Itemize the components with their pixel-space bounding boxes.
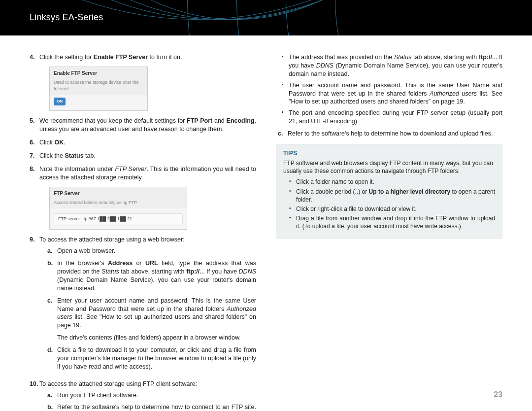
substep-text: Run your FTP client software. — [57, 391, 256, 400]
tips-item: Drag a file from another window and drop… — [296, 214, 495, 230]
substep-text: Click a file to download it to your comp… — [57, 346, 256, 371]
substep-text: In the browser's Address or URL field, t… — [57, 259, 256, 293]
substep-letter: b. — [47, 403, 57, 411]
substep-letter: a. — [47, 391, 57, 400]
substep-text: Refer to the software's help to determin… — [288, 130, 502, 138]
substep-letter: a. — [47, 247, 57, 255]
step-number: 7. — [30, 152, 39, 160]
substep-letter: b. — [47, 259, 57, 293]
substep-text: Enter your user account name and passwor… — [57, 297, 256, 342]
left-column: 4. Click the setting for Enable FTP Serv… — [30, 53, 256, 411]
step-text: Click the setting for Enable FTP Server … — [39, 53, 256, 62]
tips-callout: TIPS FTP software and web browsers displ… — [276, 144, 502, 239]
tips-item: Click a folder name to open it. — [296, 178, 495, 186]
tips-item: Click a double period (..) or Up to a hi… — [296, 188, 495, 204]
bullet-item: The address that was provided on the Sta… — [289, 53, 502, 78]
step-text: Note the information under FTP Server. T… — [39, 165, 256, 182]
enable-ftp-screenshot: Enable FTP Server Used to access the sto… — [49, 67, 148, 111]
tips-item: Click or right-click a file to download … — [296, 205, 495, 213]
screenshot-title: Enable FTP Server — [50, 67, 147, 80]
page-content: 4. Click the setting for Enable FTP Serv… — [0, 35, 532, 411]
substep-letter: c. — [278, 130, 288, 138]
screenshot-subtitle: Used to access the storage device over t… — [50, 79, 147, 94]
step-number: 10. — [30, 380, 39, 411]
bullet-item: The user account name and password. This… — [289, 81, 502, 106]
tips-heading: TIPS — [283, 149, 495, 157]
step-text: To access the attached storage using a w… — [39, 236, 256, 375]
step-text: Click OK. — [39, 138, 256, 147]
bullet-item: The port and encoding specified during y… — [289, 109, 502, 126]
substep-letter: d. — [47, 346, 57, 371]
ftp-address-field: FTP server: ftp://67.1██.2██.1██:21 — [54, 213, 183, 224]
substep-letter: c. — [47, 297, 57, 342]
step-number: 6. — [30, 138, 39, 147]
substep-text: Refer to the software's help to determin… — [57, 403, 256, 411]
page-header: Linksys EA-Series — [0, 0, 532, 35]
step-number: 8. — [30, 165, 39, 182]
step-number: 9. — [30, 236, 39, 375]
step-text: Click the Status tab. — [39, 152, 256, 160]
tips-intro: FTP software and web browsers display FT… — [283, 159, 495, 175]
right-column: The address that was provided on the Sta… — [276, 53, 502, 411]
screenshot-subtitle: Access shared folders remotely using FTP… — [50, 200, 187, 208]
substep-text: Open a web browser. — [57, 247, 256, 255]
step-number: 5. — [30, 117, 39, 134]
ftp-server-screenshot: FTP Server Access shared folders remotel… — [49, 187, 187, 230]
screenshot-title: FTP Server — [50, 187, 187, 200]
header-title: Linksys EA-Series — [30, 12, 103, 23]
step-text: To access the attached storage using FTP… — [39, 380, 256, 411]
step-number: 4. — [30, 53, 39, 62]
page-number: 23 — [494, 390, 502, 399]
toggle-on: ON — [54, 98, 66, 106]
step-text: We recommend that you keep the default s… — [39, 117, 256, 134]
